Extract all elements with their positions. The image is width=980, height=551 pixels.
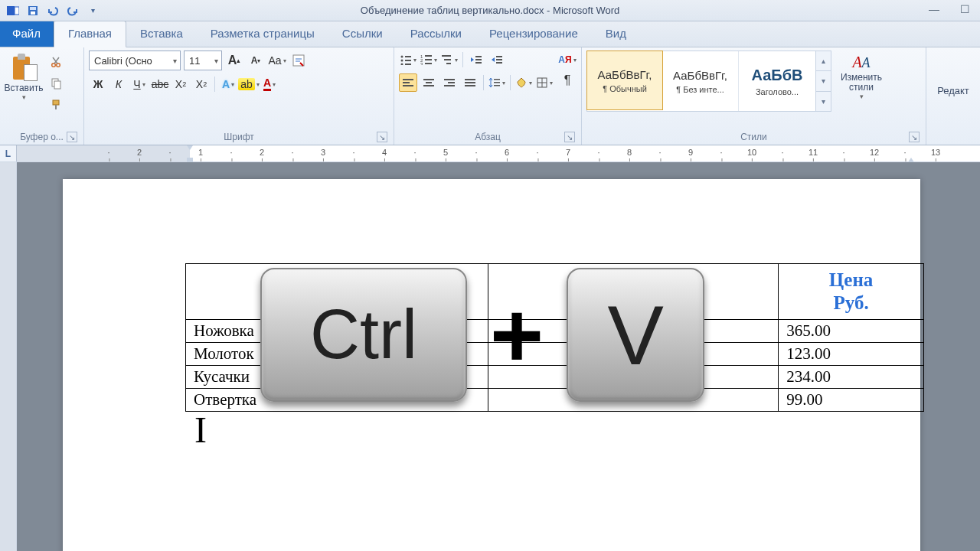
minimize-button[interactable]: — <box>919 0 949 18</box>
copy-button[interactable] <box>46 73 66 93</box>
quick-access-toolbar: ▾ <box>0 2 101 19</box>
format-painter-button[interactable] <box>46 95 66 115</box>
group-styles: АаБбВвГг, ¶ Обычный АаБбВвГг, ¶ Без инте… <box>582 47 926 145</box>
style-scroll-up-icon[interactable]: ▴ <box>816 51 831 71</box>
group-label-styles: Стили ↘ <box>586 130 921 145</box>
svg-text:3: 3 <box>420 62 423 65</box>
svg-rect-19 <box>425 55 432 57</box>
bold-button[interactable]: Ж <box>89 75 107 93</box>
increase-indent-button[interactable] <box>488 51 506 69</box>
font-dialog-launcher[interactable]: ↘ <box>377 132 387 142</box>
window-controls: — ☐ <box>919 0 980 18</box>
tab-mailings[interactable]: Рассылки <box>397 21 475 47</box>
align-justify-button[interactable] <box>461 73 479 92</box>
svg-rect-41 <box>444 85 455 86</box>
svg-rect-17 <box>405 64 411 65</box>
shading-button[interactable] <box>514 73 533 92</box>
maximize-button[interactable]: ☐ <box>949 0 980 18</box>
align-right-button[interactable] <box>440 73 459 92</box>
strike-button[interactable]: abc <box>151 75 169 93</box>
svg-rect-30 <box>496 56 502 57</box>
cut-button[interactable] <box>46 52 66 72</box>
paragraph-dialog-launcher[interactable]: ↘ <box>564 132 575 142</box>
tab-insert[interactable]: Вставка <box>126 21 197 47</box>
group-label-clipboard: Буфер о... ↘ <box>5 130 79 145</box>
svg-rect-40 <box>448 82 455 83</box>
table-header-price[interactable]: ЦенаРуб. <box>779 264 924 320</box>
shrink-font-button[interactable]: A▾ <box>247 51 265 70</box>
svg-rect-47 <box>494 85 500 86</box>
show-marks-button[interactable]: ¶ <box>558 71 577 90</box>
text-effects-button[interactable]: A <box>219 75 237 93</box>
style-expand-icon[interactable]: ▾ <box>816 92 831 111</box>
tab-file[interactable]: Файл <box>0 21 54 47</box>
style-gallery[interactable]: АаБбВвГг, ¶ Обычный АаБбВвГг, ¶ Без инте… <box>586 51 816 112</box>
decrease-indent-button[interactable] <box>467 51 485 69</box>
paste-button[interactable]: Вставить ▾ <box>5 51 43 101</box>
ruler-horizontal[interactable]: L · 2 · 1 · 2 · 3 · 4 · 5 · 6 · 7 · 8 · … <box>0 145 980 162</box>
font-size-select[interactable]: 11 <box>184 51 222 70</box>
change-styles-button[interactable]: AA Изменить стили ▾ <box>831 51 891 103</box>
svg-rect-26 <box>446 63 451 64</box>
svg-rect-29 <box>475 62 482 64</box>
svg-rect-13 <box>405 56 411 57</box>
ruler-vertical[interactable] <box>0 162 17 551</box>
italic-button[interactable]: К <box>109 75 128 93</box>
tab-review[interactable]: Рецензирование <box>475 21 592 47</box>
sort-button[interactable]: AЯ <box>558 51 577 69</box>
line-spacing-button[interactable] <box>488 73 506 92</box>
svg-rect-36 <box>423 79 434 80</box>
style-gallery-scroll[interactable]: ▴ ▾ ▾ <box>816 51 831 112</box>
numbering-button[interactable]: 123 <box>420 51 438 69</box>
paste-icon <box>10 52 38 81</box>
style-scroll-down-icon[interactable]: ▾ <box>816 71 831 91</box>
svg-rect-10 <box>55 105 57 109</box>
redo-button[interactable] <box>64 2 81 19</box>
underline-button[interactable]: Ч <box>130 75 149 93</box>
svg-point-12 <box>401 56 403 58</box>
titlebar: ▾ Объединение таблиц вертикально.docx - … <box>0 0 980 21</box>
highlight-button[interactable]: ab <box>240 75 258 93</box>
right-indent-marker[interactable] <box>908 145 914 162</box>
font-family-select[interactable]: Calibri (Осно <box>89 51 181 70</box>
style-no-spacing[interactable]: АаБбВвГг, ¶ Без инте... <box>662 51 739 111</box>
svg-rect-34 <box>403 82 410 83</box>
key-v: V <box>567 268 704 402</box>
left-indent-marker[interactable] <box>187 145 193 162</box>
font-color-button[interactable]: A <box>260 75 279 93</box>
svg-rect-8 <box>54 81 60 89</box>
svg-rect-31 <box>496 59 502 60</box>
group-editing: Редакт <box>926 47 980 145</box>
tab-view[interactable]: Вид <box>592 21 640 47</box>
svg-rect-45 <box>494 79 500 80</box>
qat-customize[interactable]: ▾ <box>84 2 101 19</box>
superscript-button[interactable]: X2 <box>192 75 211 93</box>
styles-dialog-launcher[interactable]: ↘ <box>909 132 920 142</box>
tab-home[interactable]: Главная <box>54 21 126 47</box>
svg-rect-35 <box>403 85 413 86</box>
subscript-button[interactable]: X2 <box>172 75 190 93</box>
svg-rect-23 <box>425 63 432 64</box>
bullets-button[interactable] <box>399 51 417 69</box>
grow-font-button[interactable]: A▴ <box>225 51 243 70</box>
tab-selector[interactable]: L <box>0 145 17 161</box>
key-ctrl: Ctrl <box>260 268 467 402</box>
clear-formatting-button[interactable] <box>289 51 308 70</box>
borders-button[interactable] <box>535 73 554 92</box>
svg-rect-43 <box>465 82 475 83</box>
undo-button[interactable] <box>44 2 61 19</box>
tab-page-layout[interactable]: Разметка страницы <box>197 21 328 47</box>
style-normal[interactable]: АаБбВвГг, ¶ Обычный <box>586 51 663 110</box>
ribbon: Вставить ▾ Буфер о... ↘ Cal <box>0 47 980 145</box>
group-label-font: Шрифт ↘ <box>89 130 389 145</box>
save-button[interactable] <box>24 2 41 19</box>
svg-rect-3 <box>30 7 36 10</box>
change-case-button[interactable]: Aa <box>268 51 286 70</box>
style-heading1[interactable]: АаБбВ Заголово... <box>739 51 815 111</box>
svg-rect-21 <box>425 59 432 60</box>
clipboard-dialog-launcher[interactable]: ↘ <box>67 132 77 142</box>
tab-references[interactable]: Ссылки <box>328 21 397 47</box>
align-center-button[interactable] <box>420 73 438 92</box>
align-left-button[interactable] <box>399 73 417 92</box>
multilevel-list-button[interactable] <box>440 51 459 69</box>
